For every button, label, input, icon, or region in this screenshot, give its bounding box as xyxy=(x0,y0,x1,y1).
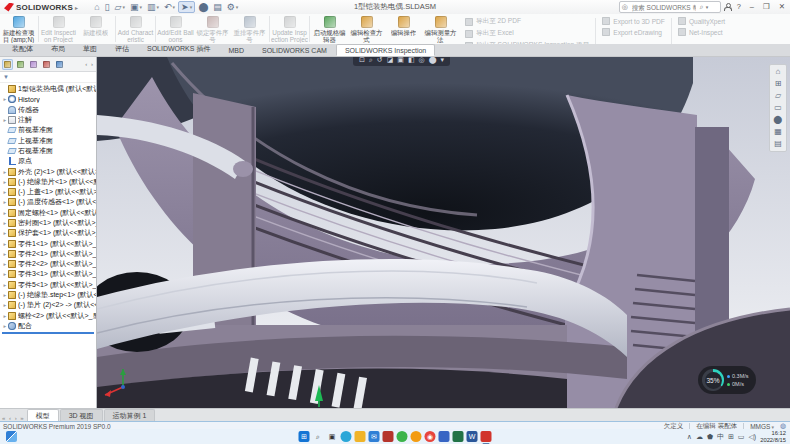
excel-app[interactable] xyxy=(453,431,464,442)
help-button[interactable]: ? xyxy=(734,1,744,13)
taskbar-clock[interactable]: 16:12 2022/8/15 xyxy=(760,430,786,443)
file-explorer-icon[interactable]: ▱ xyxy=(775,91,781,101)
app-red[interactable] xyxy=(383,431,394,442)
dropdown-arrow-icon[interactable]: ▾ xyxy=(139,1,142,13)
task-view-button[interactable]: ▣ xyxy=(327,431,338,442)
rebuild-button[interactable]: ⬤ xyxy=(196,1,210,13)
minimize-button[interactable]: – xyxy=(747,1,757,13)
tree-item[interactable]: ▸外壳 (2)<1> (默认<<默认>_显示状 xyxy=(0,166,96,176)
onedrive-icon[interactable]: ☁ xyxy=(696,431,703,442)
file-explorer-app[interactable] xyxy=(355,431,366,442)
search-scope-icon[interactable]: ◎ xyxy=(622,2,628,12)
hide-show-items-icon[interactable]: ◎ xyxy=(419,57,425,66)
graphics-viewport[interactable]: ⊡⌕↺◪▣◧◎⬤▾ ⌂⊞▱▭⬤▦▤ 35% 0.3M/s 0M/s xyxy=(97,57,790,408)
tab-solidworks-插件[interactable]: SOLIDWORKS 插件 xyxy=(138,41,219,56)
scenes-icon[interactable]: ▦ xyxy=(774,127,782,137)
options-button[interactable]: ⚙▾ xyxy=(225,1,241,13)
tree-item[interactable]: ▸保护套<1> (默认<<默认>_显示状 xyxy=(0,228,96,238)
search-input[interactable] xyxy=(630,3,698,12)
dropdown-arrow-icon[interactable]: ▾ xyxy=(157,1,160,13)
tab-mbd[interactable]: MBD xyxy=(219,44,253,56)
close-button[interactable]: ✕ xyxy=(776,1,788,13)
display-icon[interactable]: ▭ xyxy=(738,431,745,442)
tree-item[interactable]: 原点 xyxy=(0,156,96,166)
display-style-icon[interactable]: ◧ xyxy=(408,57,415,66)
tree-root[interactable]: 1型铠装热电偶 (默认<默认_显示状态-1 xyxy=(0,84,96,94)
tree-item[interactable]: ▸注解 xyxy=(0,115,96,125)
dimxpertmanager-tab[interactable] xyxy=(41,59,52,70)
tab-solidworks-inspection[interactable]: SOLIDWORKS Inspection xyxy=(336,44,435,56)
notebook-app[interactable] xyxy=(439,431,450,442)
edit-measurement-button[interactable]: 编辑测量方法 xyxy=(422,15,459,43)
chrome-app[interactable]: ◉ xyxy=(425,431,436,442)
section-view-icon[interactable]: ◪ xyxy=(387,57,394,66)
tab-装配体[interactable]: 装配体 xyxy=(3,41,42,56)
tree-item[interactable]: ▸零件2<2> (默认<<默认>_显示状态 xyxy=(0,259,96,269)
edit-inspection-method-button[interactable]: 编辑检查方式 xyxy=(348,15,385,43)
tab-评估[interactable]: 评估 xyxy=(106,41,138,56)
featuremanager-tab[interactable] xyxy=(2,59,13,70)
help-search-box[interactable]: ◎ ⌕ ▾ xyxy=(619,1,721,13)
design-library-icon[interactable]: ⊞ xyxy=(775,79,782,89)
zoom-fit-icon[interactable]: ⊡ xyxy=(359,57,365,66)
tree-item[interactable]: ▸零件1<1> (默认<<默认>_显示状态 xyxy=(0,238,96,248)
sign-in-icon[interactable] xyxy=(724,3,731,11)
view-palette-icon[interactable]: ▭ xyxy=(774,103,782,113)
tree-item[interactable]: ▸(-) 绝缘垫.step<1> (默认<<默认> xyxy=(0,290,96,300)
tree-item[interactable]: ▸(-) 垫片 (2)<2> -> (默认<<默认> xyxy=(0,300,96,310)
tree-item[interactable]: ▸配合 xyxy=(0,321,96,331)
launch-spec-editor-button[interactable]: 启动规格编辑器 xyxy=(311,15,348,43)
tab-布局[interactable]: 布局 xyxy=(42,41,74,56)
tree-item[interactable]: 传感器 xyxy=(0,105,96,115)
app-orange[interactable] xyxy=(411,431,422,442)
home-button[interactable]: ⌂ xyxy=(92,1,101,13)
panel-tab-scroll-arrows[interactable]: ‹ › xyxy=(85,61,94,67)
filter-icon[interactable]: ▼ xyxy=(3,74,9,80)
search-button[interactable]: ⌕ xyxy=(313,431,324,442)
custom-properties-icon[interactable]: ▤ xyxy=(774,139,782,149)
tab-草图[interactable]: 草图 xyxy=(74,41,106,56)
dropdown-arrow-icon[interactable]: ▾ xyxy=(173,1,176,13)
volume-icon[interactable]: ◁) xyxy=(748,431,756,442)
solidworks-app[interactable] xyxy=(481,431,492,442)
tree-item[interactable]: ▸螺栓<2> (默认<<默认>_显示状态 xyxy=(0,311,96,321)
tree-item[interactable]: ▸(-) 上盖<1> (默认<<默认>_显示状 xyxy=(0,187,96,197)
tree-item[interactable]: ▸(-) 温度传感器<1> (默认<<默认>_ xyxy=(0,197,96,207)
view-settings-icon[interactable]: ▾ xyxy=(441,57,445,66)
tree-item[interactable]: 上视基准面 xyxy=(0,135,96,145)
tree-item[interactable]: ▸(-) 绝缘垫片<1> (默认<<默认>_显 xyxy=(0,177,96,187)
dropdown-arrow-icon[interactable]: ▾ xyxy=(122,1,125,13)
tree-item[interactable]: 右视基准面 xyxy=(0,146,96,156)
chevron-up-icon[interactable]: ∧ xyxy=(687,431,692,442)
configurationmanager-tab[interactable] xyxy=(28,59,39,70)
search-icon[interactable]: ⌕ xyxy=(700,2,704,12)
zoom-area-icon[interactable]: ⌕ xyxy=(369,57,373,66)
tree-item[interactable]: ▸密封圈<1> (默认<<默认>_显示状 xyxy=(0,218,96,228)
dropdown-arrow-icon[interactable]: ▾ xyxy=(236,1,239,13)
security-icon[interactable]: ⬟ xyxy=(707,431,713,442)
edit-appearance-icon[interactable]: ⬤ xyxy=(429,57,437,66)
app-green[interactable] xyxy=(397,431,408,442)
save-button[interactable]: ▣▾ xyxy=(128,1,144,13)
propertymanager-tab[interactable] xyxy=(15,59,26,70)
tree-item[interactable]: ▸History xyxy=(0,94,96,104)
edge-app[interactable] xyxy=(341,431,352,442)
select-button[interactable]: ➤▾ xyxy=(178,1,195,13)
tree-item[interactable]: 前视基准面 xyxy=(0,125,96,135)
open-button[interactable]: ▱▾ xyxy=(113,1,127,13)
restore-button[interactable]: ❐ xyxy=(760,1,773,13)
model-3d-view[interactable] xyxy=(97,57,790,408)
tree-item[interactable]: ▸零件3<1> (默认<<默认>_显示状态 xyxy=(0,269,96,279)
start-button[interactable]: ⊞ xyxy=(299,431,310,442)
ime-zh-label[interactable]: 中 xyxy=(717,431,724,442)
new-inspection-project-button[interactable]: 新建检查项目 (amp;N) xyxy=(0,15,37,43)
mail-app[interactable]: ✉ xyxy=(369,431,380,442)
previous-view-icon[interactable]: ↺ xyxy=(377,57,383,66)
view-orientation-icon[interactable]: ▣ xyxy=(397,57,404,66)
file-properties-button[interactable]: ▤ xyxy=(211,1,224,13)
displaymanager-tab[interactable] xyxy=(54,59,65,70)
tree-item[interactable]: ▸零件2<1> (默认<<默认>_显示状态 xyxy=(0,249,96,259)
tab-solidworks-cam[interactable]: SOLIDWORKS CAM xyxy=(253,44,336,56)
widgets-icon[interactable] xyxy=(6,431,17,442)
menu-expand-icon[interactable]: ▸ xyxy=(75,4,78,11)
